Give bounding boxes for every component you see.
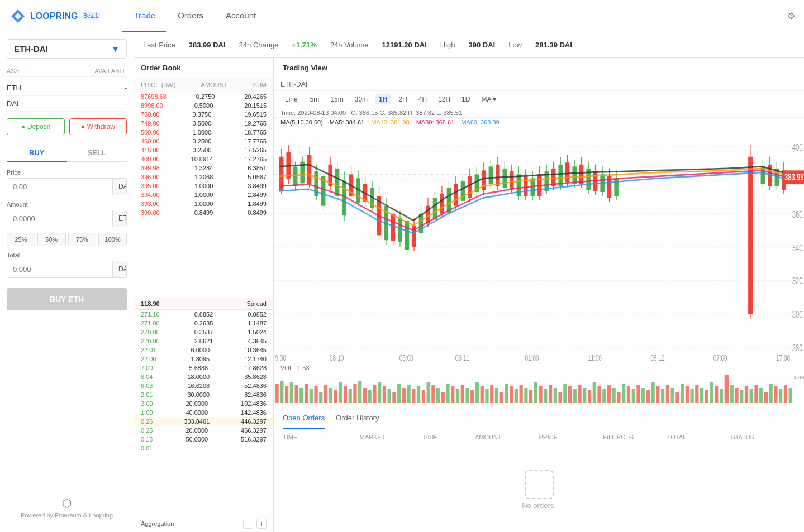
asset-name-dai: DAI xyxy=(7,99,19,108)
col-amount: AMOUNT xyxy=(475,434,539,440)
ob-buy-row[interactable]: 0.26303.8461446.3297 xyxy=(134,417,273,426)
ob-sell-row[interactable]: 500.001.000018.7765 xyxy=(134,128,273,137)
chart-time-4h[interactable]: 4H xyxy=(415,94,430,104)
tab-order-history[interactable]: Order History xyxy=(336,408,379,429)
ob-sell-row[interactable]: 390.000.84990.8499 xyxy=(134,208,273,217)
tab-open-orders[interactable]: Open Orders xyxy=(283,408,325,429)
svg-rect-143 xyxy=(310,389,313,403)
ob-sell-row[interactable]: 8998.000.500020.1515 xyxy=(134,101,273,110)
svg-rect-173 xyxy=(456,389,459,403)
agg-minus-button[interactable]: − xyxy=(243,519,253,529)
chart-time-1h[interactable]: 1H xyxy=(375,94,391,104)
ob-buy-row[interactable]: 22.016.000010.3645 xyxy=(134,346,273,354)
ob-buy-row[interactable]: 270.000.35371.5024 xyxy=(134,328,273,337)
chart-time-12h[interactable]: 12H xyxy=(435,94,454,104)
buy-eth-button[interactable]: BUY ETH xyxy=(7,288,127,310)
deposit-button[interactable]: ● Deposit xyxy=(7,118,65,135)
ob-buy-row[interactable]: 2.0130.000082.4836 xyxy=(134,390,273,399)
withdraw-button[interactable]: ● Withdraw xyxy=(69,118,127,135)
ob-buy-row[interactable]: 0.2520.0000466.3297 xyxy=(134,426,273,435)
pct-25-button[interactable]: 25% xyxy=(7,233,35,246)
ob-buy-row[interactable]: 0.01 xyxy=(134,444,273,453)
ob-buy-row[interactable]: 220.002.86214.3645 xyxy=(134,337,273,346)
nav-trade[interactable]: Trade xyxy=(122,0,166,32)
svg-rect-183 xyxy=(505,384,508,403)
svg-rect-162 xyxy=(402,388,406,403)
nav-account[interactable]: Account xyxy=(215,0,267,32)
ob-sell-sum: 20.4265 xyxy=(244,93,267,100)
chart-time-5m[interactable]: 5m xyxy=(307,94,323,104)
svg-text:01:00: 01:00 xyxy=(525,354,539,363)
chart-time-1d[interactable]: 1D xyxy=(458,94,473,104)
price-unit: DAI xyxy=(112,179,127,195)
svg-rect-179 xyxy=(485,389,488,403)
pair-selector[interactable]: ETH-DAI ▼ xyxy=(7,39,127,59)
svg-rect-155 xyxy=(368,390,372,403)
svg-rect-241 xyxy=(789,388,792,403)
ob-sell-row[interactable]: 395.001.00003.8499 xyxy=(134,181,273,190)
pct-50-button[interactable]: 50% xyxy=(37,233,66,246)
ob-buy-amount: 40.0000 xyxy=(185,409,208,416)
price-input[interactable] xyxy=(7,179,112,195)
col-side: SIDE xyxy=(424,434,475,440)
pct-75-button[interactable]: 75% xyxy=(68,233,97,246)
asset-value-eth: - xyxy=(125,84,127,92)
total-input[interactable] xyxy=(7,261,112,277)
amount-input[interactable] xyxy=(7,210,112,227)
ob-buy-row[interactable]: 2.0020.0000102.4836 xyxy=(134,399,273,408)
svg-rect-171 xyxy=(446,384,449,403)
ob-buy-row[interactable]: 0.1550.0000516.3297 xyxy=(134,435,273,444)
chart-type-line[interactable]: Line xyxy=(280,94,302,104)
chart-time-15m[interactable]: 15m xyxy=(327,94,346,104)
buy-tab[interactable]: BUY xyxy=(7,144,67,162)
svg-rect-232 xyxy=(745,386,748,403)
chart-type-ma[interactable]: MA ▾ xyxy=(478,94,499,104)
ob-sell-row[interactable]: 393.001.00001.8499 xyxy=(134,199,273,208)
svg-rect-212 xyxy=(646,390,650,403)
sell-tab[interactable]: SELL xyxy=(67,144,127,161)
ob-buy-amount: 0.3537 xyxy=(194,329,213,336)
no-orders-text: No orders. xyxy=(522,501,556,510)
chart-time-2h[interactable]: 2H xyxy=(395,94,410,104)
ob-buy-row[interactable]: 6.0316.620852.4836 xyxy=(134,381,273,390)
ob-sell-row[interactable]: 396.001.20685.0567 xyxy=(134,172,273,181)
ob-sell-row[interactable]: 87698.680.275020.4265 xyxy=(134,92,273,101)
svg-rect-185 xyxy=(515,389,518,403)
svg-rect-161 xyxy=(397,384,401,403)
ob-sell-row[interactable]: 415.000.250017.5265 xyxy=(134,146,273,155)
svg-rect-163 xyxy=(407,385,410,403)
agg-plus-button[interactable]: + xyxy=(256,519,267,529)
nav-orders[interactable]: Orders xyxy=(166,0,215,32)
ob-buy-row[interactable]: 6.0418.000035.8628 xyxy=(134,372,273,381)
pct-100-button[interactable]: 100% xyxy=(98,233,127,246)
ob-sell-amount: 1.0000 xyxy=(194,183,213,189)
ob-sell-sum: 20.1515 xyxy=(244,102,267,109)
ob-buy-row[interactable]: 22.001.809512.1740 xyxy=(134,354,273,363)
svg-rect-223 xyxy=(700,388,703,403)
ob-buy-sum: 52.4836 xyxy=(244,382,267,389)
col-total: TOTAL xyxy=(667,434,731,440)
svg-rect-177 xyxy=(475,382,479,403)
chart-ohlc-info: Time: 2020-08-13 04:00 O: 386.15 C: 385.… xyxy=(274,108,804,118)
ob-sell-row[interactable]: 749.000.500019.2765 xyxy=(134,119,273,128)
low-label: Low xyxy=(508,41,522,49)
gear-icon[interactable]: ⚙ xyxy=(787,11,795,21)
svg-rect-189 xyxy=(534,382,537,403)
ob-sell-row[interactable]: 400.0010.891417.2765 xyxy=(134,155,273,164)
ob-buy-row[interactable]: 1.0040.0000142.4836 xyxy=(134,408,273,417)
svg-rect-154 xyxy=(363,388,367,403)
chart-time-30m[interactable]: 30m xyxy=(351,94,371,104)
ob-sell-amount: 1.0000 xyxy=(193,129,212,136)
ob-sell-sum: 5.0567 xyxy=(248,174,267,180)
ob-buy-row[interactable]: 271.000.26351.1487 xyxy=(134,319,273,328)
ob-sell-row[interactable]: 394.001.00002.8499 xyxy=(134,190,273,199)
ob-buy-price: 0.25 xyxy=(141,427,153,434)
ob-buy-row[interactable]: 7.005.688817.8628 xyxy=(134,363,273,372)
ob-sell-row[interactable]: 750.000.375019.6515 xyxy=(134,110,273,119)
chart-time-info: Time: 2020-08-13 04:00 xyxy=(280,109,346,116)
asset-table-header: ASSET AVAILABLE xyxy=(7,65,127,77)
ob-buy-row[interactable]: 271.100.88520.8852 xyxy=(134,310,273,319)
change-value: +1.71% xyxy=(292,41,316,49)
ob-sell-row[interactable]: 450.000.250017.7765 xyxy=(134,137,273,146)
ob-sell-row[interactable]: 399.981.32846.3851 xyxy=(134,164,273,172)
